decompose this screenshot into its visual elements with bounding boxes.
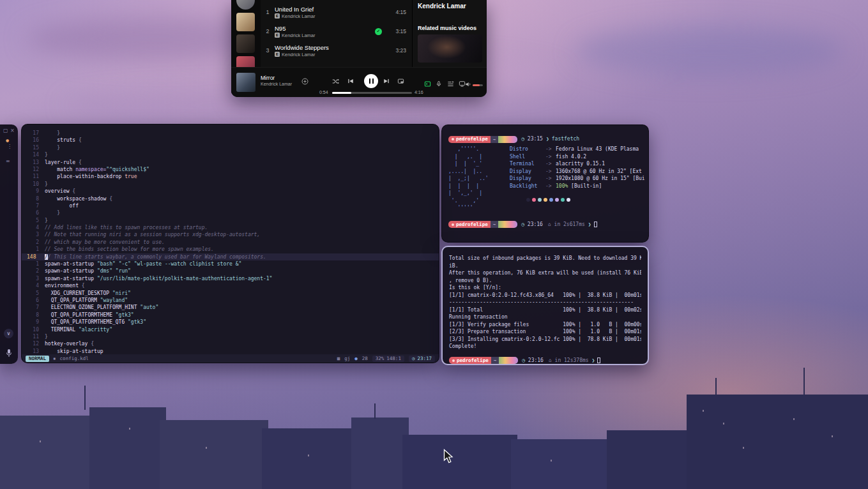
editor-code[interactable]: 17 }16 struts {15 }14}13layer-rule {12 m… xyxy=(22,130,439,355)
track-duration: 3:15 xyxy=(387,28,406,34)
terminal-output-line: [1/1] cmatrix-0:2.0-12.fc43.x86_64 100% … xyxy=(449,292,641,299)
info-label: Backlight xyxy=(510,183,545,190)
list-icon[interactable]: ≡ xyxy=(6,159,10,164)
track-row[interactable]: 2N95EKendrick Lamar✓3:15 xyxy=(261,22,413,41)
microphone-icon[interactable] xyxy=(6,348,12,360)
editor-window[interactable]: 17 }16 struts {15 }14}13layer-rule {12 m… xyxy=(21,124,439,363)
antenna xyxy=(715,378,717,396)
library-item[interactable] xyxy=(236,13,255,31)
code-line[interactable]: 7 off xyxy=(22,202,439,209)
track-row[interactable]: 1United In GriefEKendrick Lamar4:15 xyxy=(261,3,413,22)
saved-check-icon[interactable]: ✓ xyxy=(375,28,382,35)
code-line[interactable]: 2spawn-at-startup "dms" "run" xyxy=(22,267,439,275)
window-icon[interactable]: ▢ xyxy=(3,128,8,133)
code-line[interactable]: 5 XDG_CURRENT_DESKTOP "niri" xyxy=(22,290,439,297)
code-text: QT_QPA_PLATFORM "wayland" xyxy=(45,297,439,304)
code-line[interactable]: 10} xyxy=(22,181,439,188)
desktop: 1United In GriefEKendrick Lamar4:152N95E… xyxy=(0,0,868,489)
prompt-user-pill: pedrofelipe xyxy=(448,221,491,228)
code-line[interactable]: 10 TERMINAL "alacritty" xyxy=(22,326,439,333)
previous-button[interactable] xyxy=(347,78,354,84)
now-playing-artist[interactable]: Kendrick Lamar xyxy=(261,82,292,86)
code-text: off xyxy=(45,202,439,209)
code-line[interactable]: 5} xyxy=(22,217,439,224)
code-line[interactable]: 148// This line starts waybar, a commonl… xyxy=(22,253,439,260)
code-text: // Add lines like this to spawn processe… xyxy=(45,224,439,231)
related-video-thumbnail[interactable] xyxy=(418,34,482,63)
spotify-window[interactable]: 1United In GriefEKendrick Lamar4:152N95E… xyxy=(231,0,487,97)
line-number: 16 xyxy=(22,137,45,144)
library-item[interactable] xyxy=(236,34,255,53)
code-line[interactable]: 12 match namespace="^quickshell$" xyxy=(22,166,439,173)
info-value: 1920x1080 @ 60 Hz in 15" [Bui xyxy=(556,175,645,183)
volume-icon[interactable] xyxy=(465,81,471,87)
command-text: fastfetch xyxy=(552,135,579,143)
code-line[interactable]: 4// Add lines like this to spawn process… xyxy=(22,224,439,231)
track-row[interactable]: 3Worldwide SteppersEKendrick Lamar3:23 xyxy=(261,41,413,60)
now-playing-album-art[interactable] xyxy=(236,73,255,92)
code-line[interactable]: 12hotkey-overlay { xyxy=(22,340,439,347)
chevron-down-button[interactable]: ∨ xyxy=(4,329,13,338)
code-line[interactable]: 9overview { xyxy=(22,188,439,195)
code-line[interactable]: 1spawn-at-startup "bash" "-c" "wl-paste … xyxy=(22,260,439,267)
close-icon[interactable]: × xyxy=(10,128,15,133)
code-text: TERMINAL "alacritty" xyxy=(45,326,439,333)
line-number: 12 xyxy=(22,166,45,173)
code-line[interactable]: 11 place-within-backdrop true xyxy=(22,173,439,180)
code-line[interactable]: 17 } xyxy=(22,130,439,137)
fastfetch-terminal-window[interactable]: pedrofelipe ~ ◷ 23:15 ❯ fastfetch ,'''''… xyxy=(441,124,649,243)
now-playing-view-icon[interactable] xyxy=(424,80,431,87)
clock-icon: ◷ xyxy=(522,357,525,363)
code-line[interactable]: 8 workspace-shadow { xyxy=(22,195,439,202)
code-line[interactable]: 2// which may be more convenient to use. xyxy=(22,239,439,246)
progress-bar[interactable] xyxy=(332,92,412,94)
code-line[interactable]: 13layer-rule { xyxy=(22,159,439,166)
code-line[interactable]: 14} xyxy=(22,151,439,158)
code-line[interactable]: 16 struts { xyxy=(22,137,439,144)
line-number: 11 xyxy=(22,333,45,340)
code-line[interactable]: 9 QT_QPA_PLATFORMTHEME_QT6 "gtk3" xyxy=(22,319,439,326)
mini-player-button[interactable] xyxy=(397,78,404,85)
now-playing-panel: Kendrick Lamar Related music videos xyxy=(412,0,487,67)
scroll-percent: 32% xyxy=(376,356,385,362)
line-number: 2 xyxy=(22,267,45,275)
code-line[interactable]: 1// See the binds section below for more… xyxy=(22,246,439,253)
prompt-gradient xyxy=(498,136,517,143)
line-number: 2 xyxy=(22,239,45,246)
info-value: 1360x768 @ 60 Hz in 32" [Ext xyxy=(556,168,642,176)
dnf-terminal-window[interactable]: Total size of inbound packages is 39 KiB… xyxy=(441,246,649,365)
fastfetch-info-row: Shell->fish 4.0.2 xyxy=(510,153,645,161)
info-arrow: -> xyxy=(545,160,556,168)
pause-button[interactable] xyxy=(364,74,378,88)
code-line[interactable]: 11} xyxy=(22,333,439,340)
lyrics-icon[interactable] xyxy=(436,80,442,87)
code-line[interactable]: 8 QT_QPA_PLATFORMTHEME "gtk3" xyxy=(22,312,439,319)
clock-icon: ◷ xyxy=(521,136,524,142)
queue-icon[interactable] xyxy=(447,80,454,87)
next-button[interactable] xyxy=(383,78,390,84)
line-number: 4 xyxy=(22,282,45,289)
side-panel[interactable]: ▢ × ● ⋮ ≡ ∨ xyxy=(0,124,18,364)
code-line[interactable]: 7 ELECTRON_OZONE_PLATFORM_HINT "auto" xyxy=(22,304,439,311)
add-to-library-button[interactable] xyxy=(301,78,308,85)
now-playing-track[interactable]: Mirror xyxy=(261,75,275,81)
prompt-path: ~ xyxy=(491,221,499,228)
prompt-path: ~ xyxy=(491,136,499,143)
code-line[interactable]: 6 QT_QPA_PLATFORM "wayland" xyxy=(22,297,439,304)
code-line[interactable]: 3// Note that running niri as a session … xyxy=(22,231,439,238)
code-line[interactable]: 15 } xyxy=(22,144,439,151)
line-number: 13 xyxy=(22,159,45,166)
code-text: } xyxy=(45,333,439,340)
code-line[interactable]: 3spawn-at-startup "/usr/lib/mate-polkit/… xyxy=(22,275,439,282)
volume-slider[interactable] xyxy=(473,84,483,86)
total-time: 4:16 xyxy=(415,90,423,94)
library-item[interactable] xyxy=(236,0,255,10)
explicit-badge: E xyxy=(275,13,280,19)
code-line[interactable]: 6 } xyxy=(22,209,439,216)
line-number: 9 xyxy=(22,188,45,195)
code-line[interactable]: 4environment { xyxy=(22,282,439,289)
building xyxy=(351,418,409,489)
kebab-menu-icon[interactable]: ⋮ xyxy=(7,144,12,149)
shell-prompt: pedrofelipe ~ ◷ 23:15 ❯ fastfetch xyxy=(448,135,642,143)
shuffle-button[interactable] xyxy=(332,78,339,85)
